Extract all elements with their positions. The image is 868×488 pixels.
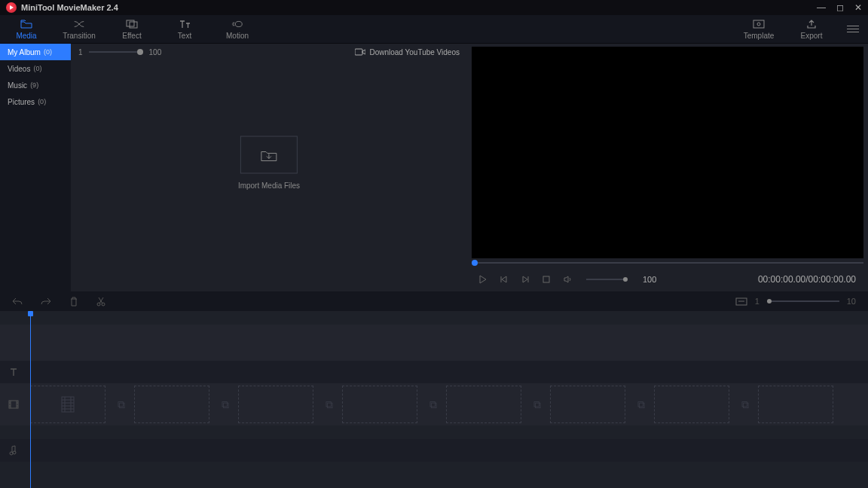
svg-rect-1 <box>130 22 137 28</box>
transition-slot[interactable]: ⧉ <box>628 386 654 423</box>
button-label: Export <box>801 32 823 40</box>
edit-toolbar: 1 10 <box>0 291 868 311</box>
redo-button[interactable] <box>41 297 51 306</box>
tab-media[interactable]: Media <box>0 15 53 43</box>
transition-slot[interactable]: ⧉ <box>524 386 550 423</box>
maximize-button[interactable]: ◻ <box>836 2 844 13</box>
clip-slot[interactable] <box>446 386 521 423</box>
import-label: Import Media Files <box>238 181 300 189</box>
transition-slot[interactable]: ⧉ <box>212 386 238 423</box>
playhead[interactable] <box>30 311 31 488</box>
scrub-thumb[interactable] <box>472 260 478 266</box>
zoom-min-label: 1 <box>78 48 83 56</box>
camera-icon <box>355 48 365 56</box>
timecode: 00:00:00.00/00:00:00.00 <box>758 274 856 285</box>
text-icon <box>179 19 191 29</box>
volume-slider[interactable] <box>586 279 628 280</box>
sidebar-item-label: Music <box>8 81 27 90</box>
button-label: Template <box>744 32 775 40</box>
transition-slot[interactable]: ⧉ <box>108 386 134 423</box>
clip-slot[interactable] <box>758 386 833 423</box>
scrub-bar[interactable] <box>472 258 863 267</box>
svg-rect-3 <box>753 20 764 28</box>
import-media-button[interactable] <box>240 136 298 173</box>
tl-zoom-max: 10 <box>847 297 856 306</box>
video-preview[interactable] <box>472 47 863 258</box>
sidebar-item-count: (9) <box>30 81 38 89</box>
menu-button[interactable] <box>838 26 868 32</box>
slider-thumb[interactable] <box>137 49 143 55</box>
link-label: Download YouTube Videos <box>369 48 460 56</box>
template-icon <box>753 19 765 29</box>
folder-icon <box>20 19 32 29</box>
export-icon <box>805 19 818 29</box>
minimize-button[interactable]: ― <box>817 2 826 13</box>
clip-slot[interactable] <box>238 386 313 423</box>
tab-effect[interactable]: Effect <box>105 15 158 43</box>
clip-slot[interactable] <box>342 386 417 423</box>
transition-slot[interactable]: ⧉ <box>732 386 758 423</box>
clip-slot[interactable] <box>134 386 209 423</box>
split-button[interactable] <box>96 297 105 307</box>
import-icon <box>261 148 277 161</box>
slider-thumb[interactable] <box>623 277 628 282</box>
clip-slot[interactable] <box>550 386 625 423</box>
app-title: MiniTool MovieMaker 2.4 <box>21 3 118 12</box>
slider-thumb[interactable] <box>767 299 772 303</box>
play-button[interactable] <box>479 275 490 284</box>
template-button[interactable]: Template <box>732 19 785 40</box>
tab-transition[interactable]: Transition <box>53 15 105 43</box>
thumbnail-zoom-slider[interactable] <box>89 51 143 53</box>
main-toolbar: Media Transition Effect Text Motion <box>0 15 868 44</box>
mute-button[interactable] <box>564 276 574 283</box>
sidebar-item-label: Pictures <box>8 98 35 106</box>
download-youtube-link[interactable]: Download YouTube Videos <box>355 48 460 56</box>
filmstrip-icon <box>60 395 75 413</box>
media-panel: 1 100 Download YouTube Videos Import Med… <box>71 44 467 291</box>
sidebar-item-label: My Album <box>8 48 41 56</box>
next-frame-button[interactable] <box>521 276 532 283</box>
fit-button[interactable] <box>735 297 747 306</box>
transition-slot[interactable]: ⧉ <box>316 386 342 423</box>
svg-rect-11 <box>62 397 74 412</box>
prev-frame-button[interactable] <box>500 276 511 283</box>
zoom-max-label: 100 <box>149 48 162 56</box>
tab-label: Media <box>16 32 36 40</box>
stop-button[interactable] <box>542 276 553 283</box>
text-track[interactable] <box>0 361 868 383</box>
svg-point-4 <box>757 23 760 26</box>
effect-icon <box>126 19 138 29</box>
timeline[interactable]: ⧉ ⧉ ⧉ ⧉ ⧉ ⧉ ⧉ <box>0 311 868 488</box>
timeline-zoom-slider[interactable] <box>767 300 839 302</box>
close-button[interactable]: ✕ <box>854 2 862 13</box>
delete-button[interactable] <box>69 297 78 307</box>
tl-zoom-min: 1 <box>755 297 760 306</box>
sidebar-item-videos[interactable]: Videos (0) <box>0 60 71 77</box>
sidebar-item-pictures[interactable]: Pictures (0) <box>0 93 71 110</box>
sidebar-item-count: (0) <box>38 98 46 105</box>
svg-point-2 <box>235 21 242 26</box>
sidebar-item-myalbum[interactable]: My Album (0) <box>0 44 71 60</box>
audio-track[interactable] <box>0 439 868 462</box>
sidebar-item-count: (0) <box>44 48 52 56</box>
svg-point-13 <box>13 451 16 454</box>
media-sidebar: My Album (0) Videos (0) Music (9) Pictur… <box>0 44 71 291</box>
tab-text[interactable]: Text <box>158 15 211 43</box>
svg-rect-6 <box>543 276 549 282</box>
audio-track-icon <box>0 445 27 456</box>
clip-slot[interactable] <box>654 386 729 423</box>
sidebar-item-label: Videos <box>8 65 30 73</box>
export-button[interactable]: Export <box>785 19 838 40</box>
preview-panel: 100 00:00:00.00/00:00:00.00 <box>467 44 868 291</box>
clip-slot[interactable] <box>30 386 105 423</box>
svg-point-12 <box>10 452 13 455</box>
video-track[interactable]: ⧉ ⧉ ⧉ ⧉ ⧉ ⧉ ⧉ <box>0 383 868 425</box>
transition-slot[interactable]: ⧉ <box>420 386 446 423</box>
undo-button[interactable] <box>12 297 23 306</box>
sidebar-item-music[interactable]: Music (9) <box>0 77 71 93</box>
tab-motion[interactable]: Motion <box>211 15 264 43</box>
motion-icon <box>231 19 243 29</box>
volume-value: 100 <box>643 275 656 284</box>
svg-rect-0 <box>127 20 134 26</box>
tab-label: Effect <box>122 32 141 40</box>
